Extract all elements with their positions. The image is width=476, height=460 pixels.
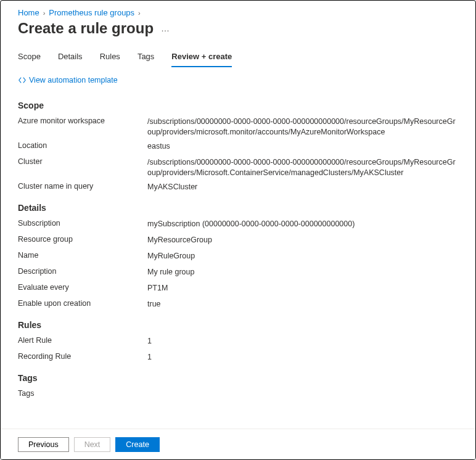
breadcrumb: Home › Prometheus rule groups › <box>18 8 458 17</box>
value-location: eastus <box>147 141 458 152</box>
breadcrumb-parent[interactable]: Prometheus rule groups <box>49 8 134 17</box>
automation-link-label: View automation template <box>29 76 118 84</box>
footer-bar: Previous Next Create <box>1 429 475 459</box>
label-cluster-name-in-query: Cluster name in query <box>18 182 147 191</box>
breadcrumb-home[interactable]: Home <box>18 8 39 17</box>
value-subscription: mySubscription (00000000-0000-0000-0000-… <box>147 219 458 229</box>
value-workspace: /subscriptions/00000000-0000-0000-0000-0… <box>147 117 458 138</box>
label-evaluate-every: Evaluate every <box>18 283 147 292</box>
label-recording-rule: Recording Rule <box>18 352 147 361</box>
label-cluster: Cluster <box>18 157 147 166</box>
chevron-right-icon: › <box>138 9 141 17</box>
next-button: Next <box>74 437 111 452</box>
page-title: Create a rule group <box>18 20 154 37</box>
label-resource-group: Resource group <box>18 235 147 244</box>
tab-review-create[interactable]: Review + create <box>171 48 232 67</box>
label-description: Description <box>18 267 147 276</box>
tabs: Scope Details Rules Tags Review + create <box>18 48 458 67</box>
section-heading-details: Details <box>18 203 458 213</box>
tab-details[interactable]: Details <box>58 48 83 67</box>
label-name: Name <box>18 251 147 260</box>
section-heading-tags: Tags <box>18 373 458 383</box>
create-button[interactable]: Create <box>115 437 160 452</box>
previous-button[interactable]: Previous <box>18 437 69 452</box>
tab-scope[interactable]: Scope <box>18 48 41 67</box>
view-automation-template-link[interactable]: View automation template <box>18 76 118 84</box>
chevron-right-icon: › <box>43 9 46 17</box>
label-alert-rule: Alert Rule <box>18 336 147 345</box>
label-workspace: Azure monitor workspace <box>18 117 147 125</box>
tab-tags[interactable]: Tags <box>137 48 154 67</box>
value-enable-upon-creation: true <box>147 299 458 310</box>
value-evaluate-every: PT1M <box>147 283 458 294</box>
section-heading-scope: Scope <box>18 101 458 110</box>
value-cluster-name-in-query: MyAKSCluster <box>147 182 458 192</box>
value-resource-group: MyResourceGroup <box>147 235 458 245</box>
value-name: MyRuleGroup <box>147 251 458 261</box>
code-icon <box>18 76 27 84</box>
value-description: My rule group <box>147 267 458 277</box>
label-location: Location <box>18 141 147 150</box>
more-actions-icon[interactable]: … <box>161 23 170 33</box>
label-subscription: Subscription <box>18 219 147 228</box>
tab-rules[interactable]: Rules <box>100 48 120 67</box>
label-tags: Tags <box>18 389 147 398</box>
label-enable-upon-creation: Enable upon creation <box>18 299 147 308</box>
value-alert-rule: 1 <box>147 336 458 347</box>
section-heading-rules: Rules <box>18 320 458 330</box>
value-recording-rule: 1 <box>147 352 458 363</box>
value-cluster: /subscriptions/00000000-0000-0000-0000-0… <box>147 157 458 178</box>
